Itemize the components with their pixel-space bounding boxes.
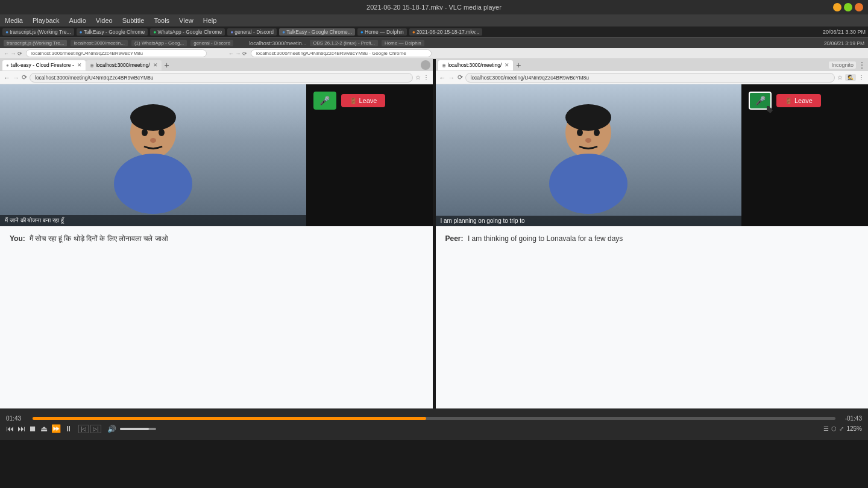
close-button[interactable]	[855, 3, 863, 11]
top-tab-dolphin[interactable]: Home — Dolphin	[382, 40, 424, 46]
left-video-feed: मैं जाने की योजना बना रहा हूँ	[0, 84, 306, 226]
left-tabs-bar: ● talk-easy - Cloud Firestore - ✕ ◉ loca…	[0, 59, 433, 71]
left-tab-close-1[interactable]: ✕	[77, 62, 82, 68]
taskbar-dolphin[interactable]: ● Home — Dolphin	[357, 28, 407, 36]
left-transcript: You: मैं सोच रहा हूं कि थोड़े दिनों के ल…	[0, 226, 433, 408]
left-video-caption: मैं जाने की योजना बना रहा हूँ	[0, 215, 306, 226]
right-transcript-label: Peer:	[445, 234, 464, 243]
vlc-eject-button[interactable]: ⏏	[40, 424, 48, 433]
taskbar-discord[interactable]: ● general - Discord	[227, 28, 277, 36]
vlc-next-button[interactable]: ⏩	[51, 424, 61, 433]
menu-help[interactable]: Help	[203, 17, 217, 24]
vlc-fullscreen-button[interactable]: ⤢	[839, 425, 844, 432]
left-tab-localhost[interactable]: ◉ localhost:3000/meeting/ ✕	[86, 60, 162, 70]
vlc-progress-bar[interactable]	[33, 417, 835, 420]
left-profile-icon[interactable]	[421, 60, 430, 70]
right-url-display[interactable]: localhost:3000/meeting/U4Nm9qZzc4BR9wBcY…	[465, 73, 835, 83]
right-nav-refresh[interactable]: ⟳	[458, 74, 463, 81]
taskbar-talkeasy2[interactable]: ● TalkEasy - Google Chrome...	[279, 28, 355, 36]
vlc-volume-slider[interactable]	[120, 428, 156, 430]
top-browser-datetime: 20/06/21 3:19 PM	[824, 40, 864, 46]
top-tab-localhost2[interactable]: localhost:3000/meetin...	[249, 40, 306, 46]
incognito-badge: Incognito	[829, 61, 856, 69]
bg-address-left[interactable]: localhost:3000/meeting/U4Nm9qZzc4BR9wBcY…	[26, 49, 207, 57]
taskbar-talkeasy[interactable]: ● TalkEasy - Google Chrome	[77, 28, 148, 36]
vlc-volume-fill	[120, 428, 149, 430]
right-transcript-text: I am thinking of going to Lonavala for a…	[468, 234, 623, 243]
vlc-frame-back[interactable]: |◁	[78, 425, 89, 433]
left-tab-close-2[interactable]: ✕	[153, 62, 158, 68]
vlc-progress-row: 01:43 -01:43	[0, 414, 868, 423]
right-star-icon[interactable]: ☆	[837, 74, 843, 81]
svg-point-11	[577, 129, 583, 136]
vlc-menu: Media Playback Audio Video Subtitle Tool…	[0, 14, 868, 27]
right-leave-icon: 🚪	[785, 98, 792, 104]
menu-subtitle[interactable]: Subtitle	[122, 17, 145, 24]
vlc-frame-controls: |◁ ▷|	[78, 425, 101, 433]
menu-view[interactable]: View	[179, 17, 193, 24]
bg-nav-back[interactable]: ← → ⟳	[4, 51, 22, 57]
bg-nav-back2[interactable]: ← → ⟳	[228, 51, 247, 57]
right-nav-back[interactable]: ←	[439, 74, 446, 81]
vlc-frame-forward[interactable]: ▷|	[90, 425, 101, 433]
left-mic-button[interactable]: 🎤	[313, 92, 336, 110]
taskbar-vlc[interactable]: ● 2021-06-20 15-18-17.mkv...	[409, 28, 482, 36]
vlc-stop-button[interactable]: ⏮	[6, 424, 14, 433]
left-nav-back[interactable]: ←	[4, 74, 10, 81]
vlc-zoom-level: 125%	[846, 425, 862, 432]
vlc-right-controls: ☰ ⬡ ⤢ 125%	[823, 425, 862, 432]
menu-video[interactable]: Video	[96, 17, 113, 24]
left-person-svg	[87, 99, 219, 214]
right-tab-close[interactable]: ✕	[505, 62, 509, 68]
svg-point-9	[549, 154, 627, 214]
bg-address-right[interactable]: localhost:3000/meeting/U4Nm9qZzc4BR9wBcY…	[251, 49, 432, 57]
right-menu-icon[interactable]: ⋮	[858, 74, 864, 81]
left-nav-forward[interactable]: →	[13, 74, 19, 81]
top-tab-localhost1[interactable]: localhost:3000/meetin...	[71, 40, 128, 46]
vlc-list-button[interactable]: ☰	[823, 425, 829, 432]
top-tab-whatsapp[interactable]: (1) WhatsApp - Goog...	[131, 40, 187, 46]
right-tab-add[interactable]: +	[514, 60, 523, 70]
left-tab-firestore[interactable]: ● talk-easy - Cloud Firestore - ✕	[2, 60, 86, 70]
vlc-pause-button[interactable]: ⏹	[29, 424, 37, 433]
menu-media[interactable]: Media	[5, 17, 23, 24]
left-leave-button[interactable]: 🚪 Leave	[341, 94, 386, 107]
vlc-volume-icon: 🔊	[107, 425, 116, 433]
left-menu-icon[interactable]: ⋮	[423, 74, 429, 81]
right-content: I am planning on going to trip to 🎤 🚪 Le…	[436, 84, 869, 408]
right-tabs-bar: ◉ localhost:3000/meeting/ ✕ + Incognito …	[436, 59, 869, 71]
taskbar-transcript[interactable]: ● transcript.js (Working Tre...	[2, 28, 74, 36]
vlc-controls-row: ⏮ ⏭ ⏹ ⏏ ⏩ ⏸ |◁ ▷| 🔊 ☰ ⬡ ⤢ 125%	[0, 423, 868, 434]
vlc-bottom-controls: 01:43 -01:43 ⏮ ⏭ ⏹ ⏏ ⏩ ⏸ |◁ ▷| 🔊 ☰ ⬡ ⤢ 1…	[0, 408, 868, 440]
right-nav-forward[interactable]: →	[448, 74, 455, 81]
menu-playback[interactable]: Playback	[33, 17, 60, 24]
left-nav-refresh[interactable]: ⟳	[22, 74, 27, 81]
menu-audio[interactable]: Audio	[69, 17, 86, 24]
left-video-section: मैं जाने की योजना बना रहा हूँ 🎤 🚪 Leave	[0, 84, 433, 226]
right-leave-button[interactable]: 🚪 Leave	[776, 94, 821, 107]
svg-point-2	[114, 154, 192, 214]
left-tab-add[interactable]: +	[162, 60, 172, 70]
top-tab-transcript[interactable]: transcript.js (Working Tre...	[4, 40, 67, 46]
dual-browser-area: ● talk-easy - Cloud Firestore - ✕ ◉ loca…	[0, 59, 868, 408]
minimize-button[interactable]	[833, 3, 841, 11]
maximize-button[interactable]	[844, 3, 852, 11]
right-tab-localhost[interactable]: ◉ localhost:3000/meeting/ ✕	[438, 60, 514, 70]
bg-browser-address: ← → ⟳ localhost:3000/meeting/U4Nm9qZzc4B…	[0, 48, 868, 59]
taskbar-whatsapp[interactable]: ● WhatsApp - Google Chrome	[150, 28, 225, 36]
vlc-prev-button[interactable]: ⏭	[17, 424, 25, 433]
vlc-extend-button[interactable]: ⬡	[831, 425, 837, 432]
right-mic-button[interactable]: 🎤	[749, 92, 772, 110]
right-window-menu[interactable]: ⋮	[858, 61, 866, 69]
svg-point-3	[130, 104, 176, 131]
vlc-play-button[interactable]: ⏸	[64, 424, 72, 433]
top-tab-obs[interactable]: OBS 26.1.2-2 (linux) - Profi...	[310, 40, 378, 46]
right-transcript: Peer: I am thinking of going to Lonavala…	[436, 226, 869, 408]
top-tab-discord[interactable]: general - Discord	[190, 40, 233, 46]
left-url-display[interactable]: localhost:3000/meeting/U4Nm9qZzc4BR9wBcY…	[30, 73, 413, 83]
svg-point-13	[585, 138, 591, 143]
right-video-controls: 🎤 🚪 Leave	[749, 92, 861, 110]
menu-tools[interactable]: Tools	[154, 17, 169, 24]
svg-point-4	[142, 129, 148, 136]
left-star-icon[interactable]: ☆	[415, 74, 421, 81]
